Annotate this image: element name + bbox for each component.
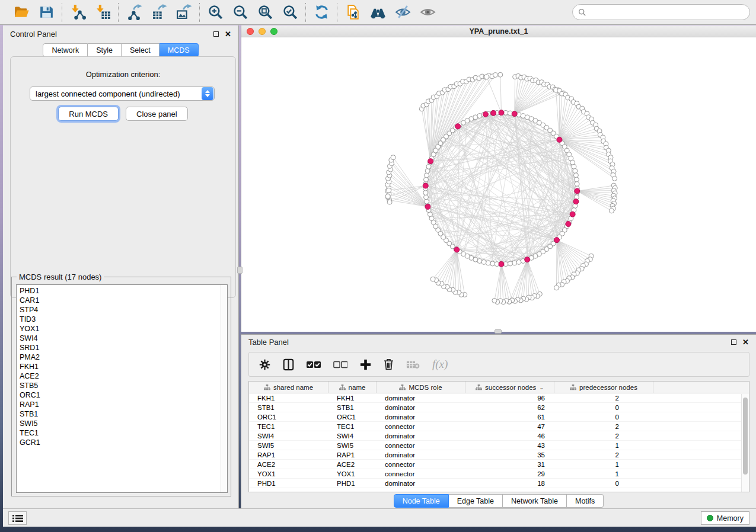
attribute-icon [570,384,576,390]
mcds-result-item[interactable]: PHD1 [17,286,227,296]
table-row[interactable]: YOX1YOX1connector291 [249,469,749,479]
cell-MCDS-role: connector [377,470,465,477]
import-network-button[interactable] [68,3,87,22]
cell-shared-name: FKH1 [249,395,328,402]
column-header-name[interactable]: name [328,382,377,393]
find-button[interactable] [368,3,387,22]
float-panel-icon[interactable] [213,31,219,37]
add-column-button[interactable] [360,359,371,370]
mcds-result-item[interactable]: STB5 [17,381,227,390]
delete-column-button[interactable] [384,358,394,370]
mcds-result-item[interactable]: GCR1 [17,438,227,447]
memory-status-icon [707,515,713,521]
save-button[interactable] [37,3,56,22]
hide-glyph-button[interactable] [393,3,412,22]
node-table[interactable]: shared namenameMCDS rolesuccessor nodes⌄… [248,381,749,492]
table-scrollbar[interactable] [741,394,749,492]
close-table-panel-icon[interactable]: ✕ [742,338,749,346]
memory-button[interactable]: Memory [701,511,749,525]
show-glyph-button[interactable] [418,3,437,22]
table-scrollbar-thumb[interactable] [743,398,748,475]
mcds-result-group: MCDS result (17 nodes) PHD1CAR1STP4TID3Y… [11,277,231,496]
open-folder-button[interactable] [12,3,31,22]
columns-icon [283,358,294,371]
tab-style[interactable]: Style [88,43,122,57]
export-network-button[interactable] [125,3,143,22]
cell-predecessor-nodes: 2 [554,395,653,402]
export-table-button[interactable] [149,3,168,22]
function-builder-button: f(x) [432,358,448,371]
zoom-in-button[interactable] [206,3,225,22]
cell-MCDS-role: dominator [377,451,465,459]
mcds-result-item[interactable]: SWI5 [17,419,227,428]
tab-network[interactable]: Network [43,43,88,57]
run-mcds-button[interactable]: Run MCDS [58,107,119,121]
network-window-titlebar[interactable]: YPA_prune.txt_1 [241,25,756,37]
cell-MCDS-role: connector [377,442,465,449]
find-icon [370,4,386,20]
deselect-all-button[interactable] [333,361,347,368]
cell-shared-name: STB1 [249,404,328,411]
zoom-out-button[interactable] [231,3,250,22]
mcds-result-item[interactable]: YOX1 [17,324,227,334]
table-row[interactable]: SWI4SWI4dominator462 [249,431,749,441]
column-header-successor-nodes[interactable]: successor nodes⌄ [465,382,554,393]
float-table-panel-icon[interactable] [731,339,736,345]
table-tab-network-table[interactable]: Network Table [503,494,567,508]
mcds-result-item[interactable]: ORC1 [17,390,227,400]
close-panel-button[interactable]: Close panel [126,107,188,121]
table-row[interactable]: ORC1ORC1dominator610 [249,412,749,422]
table-row[interactable]: ACE2ACE2connector311 [249,460,749,469]
table-row[interactable]: SWI5SWI5connector431 [249,441,749,450]
zoom-fit-button[interactable] [256,3,275,22]
table-row[interactable]: TEC1TEC1connector472 [249,422,749,431]
refresh-button[interactable] [312,3,331,22]
clone-network-button[interactable] [343,3,362,22]
search-input[interactable] [590,5,749,20]
cell-shared-name: TEC1 [249,423,328,430]
table-tab-motifs[interactable]: Motifs [567,494,604,508]
table-row[interactable]: STB1STB1dominator620 [249,403,749,412]
cell-name: STB1 [328,404,377,411]
mcds-result-item[interactable]: FKH1 [17,362,227,371]
close-panel-icon[interactable]: ✕ [225,30,231,38]
column-header-predecessor-nodes[interactable]: predecessor nodes [554,382,653,393]
result-list-scrollbar[interactable] [221,285,227,492]
zoom-selected-button[interactable] [280,3,299,22]
tab-mcds[interactable]: MCDS [160,43,199,57]
cell-shared-name: SWI4 [249,432,328,440]
mcds-result-item[interactable]: TEC1 [17,428,227,438]
table-row[interactable]: PHD1PHD1dominator180 [249,479,749,488]
import-table-icon [95,4,111,20]
horizontal-splitter-handle[interactable] [495,329,502,334]
import-table-button[interactable] [93,3,112,22]
mcds-result-item[interactable]: SWI4 [17,334,227,343]
mcds-result-item[interactable]: STP4 [17,305,227,315]
columns-button[interactable] [283,358,294,371]
task-history-button[interactable] [8,511,27,525]
attribute-icon [476,384,482,390]
gear-button[interactable] [259,359,270,370]
table-tab-edge-table[interactable]: Edge Table [449,494,503,508]
select-all-button[interactable] [307,361,321,368]
table-row[interactable]: FKH1FKH1dominator962 [249,393,749,403]
vertical-splitter-handle[interactable] [237,267,243,274]
table-row[interactable]: RAP1RAP1dominator352 [249,450,749,460]
column-header-MCDS-role[interactable]: MCDS role [377,382,465,393]
mcds-result-item[interactable]: SRD1 [17,343,227,352]
mcds-result-list[interactable]: PHD1CAR1STP4TID3YOX1SWI4SRD1PMA2FKH1ACE2… [16,284,228,493]
mcds-result-item[interactable]: CAR1 [17,296,227,305]
column-header-shared-name[interactable]: shared name [249,382,328,393]
dropdown-selected-value: largest connected component (undirected) [30,89,202,98]
mcds-result-item[interactable]: ACE2 [17,371,227,381]
mcds-result-item[interactable]: TID3 [17,315,227,324]
mcds-result-item[interactable]: STB1 [17,409,227,419]
mcds-result-item[interactable]: RAP1 [17,400,227,409]
tab-select[interactable]: Select [122,43,160,57]
table-tab-node-table[interactable]: Node Table [394,494,449,508]
export-image-button[interactable] [174,3,193,22]
optimization-criterion-dropdown[interactable]: largest connected component (undirected) [30,86,215,101]
search-field[interactable] [572,4,750,20]
network-graph-canvas[interactable] [241,37,756,332]
mcds-result-item[interactable]: PMA2 [17,352,227,362]
